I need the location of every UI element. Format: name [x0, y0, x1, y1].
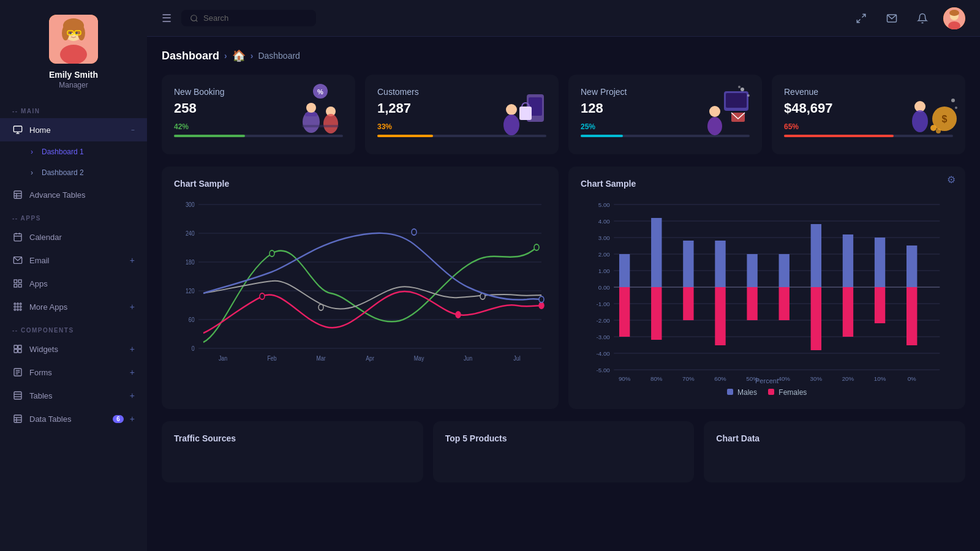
- svg-text:%: %: [317, 88, 323, 96]
- bottom-card-chart-data: Chart Data: [704, 421, 965, 482]
- sidebar-item-advance-tables[interactable]: Advance Tables: [0, 183, 147, 206]
- svg-point-63: [306, 103, 316, 113]
- forms-plus-button[interactable]: +: [130, 367, 135, 377]
- user-avatar-topbar[interactable]: [943, 7, 965, 29]
- svg-text:-3.00: -3.00: [597, 334, 610, 340]
- sidebar-item-label-calendar: Calendar: [29, 233, 135, 242]
- sidebar-item-home[interactable]: Home −: [0, 118, 147, 141]
- legend-males-label: Males: [737, 388, 757, 397]
- sidebar-item-widgets[interactable]: Widgets +: [0, 337, 147, 361]
- email-plus-button[interactable]: +: [130, 255, 135, 265]
- svg-rect-11: [13, 126, 21, 132]
- svg-rect-37: [18, 345, 21, 348]
- svg-rect-152: [811, 224, 821, 287]
- breadcrumb-home-icon: 🏠: [232, 49, 246, 62]
- sidebar-item-label-advance-tables: Advance Tables: [29, 190, 135, 200]
- chart-data-title: Chart Data: [716, 433, 953, 443]
- legend-females: Females: [768, 388, 807, 397]
- svg-point-5: [78, 26, 85, 40]
- svg-text:0: 0: [192, 345, 195, 352]
- svg-rect-36: [14, 345, 17, 348]
- svg-rect-159: [907, 287, 917, 345]
- svg-text:$: $: [942, 114, 948, 124]
- svg-rect-38: [14, 350, 17, 353]
- svg-point-115: [412, 229, 417, 235]
- topbar: ☰: [147, 0, 980, 37]
- bar-chart-card: Chart Sample: [568, 167, 965, 409]
- svg-point-30: [14, 306, 16, 308]
- sidebar-item-forms[interactable]: Forms +: [0, 361, 147, 384]
- avatar[interactable]: [49, 15, 98, 64]
- svg-text:50%: 50%: [746, 375, 758, 382]
- sidebar-item-label-tables: Tables: [29, 391, 124, 400]
- svg-rect-25: [14, 284, 17, 287]
- svg-text:0%: 0%: [908, 375, 916, 382]
- sidebar-item-more-apps[interactable]: More Apps +: [0, 295, 147, 318]
- svg-text:Jun: Jun: [464, 354, 472, 362]
- sidebar-item-calendar[interactable]: Calendar: [0, 225, 147, 249]
- menu-icon[interactable]: ☰: [162, 12, 172, 25]
- sidebar: Emily Smith Manager -- MAIN Home − › Das…: [0, 0, 147, 551]
- sidebar-item-dashboard2[interactable]: › Dashboard 2: [0, 162, 147, 183]
- tables-plus-button[interactable]: +: [130, 391, 135, 400]
- sidebar-item-data-tables[interactable]: Data Tables 6 +: [0, 407, 147, 430]
- user-role: Manager: [59, 81, 88, 89]
- search-box[interactable]: [181, 10, 316, 26]
- svg-text:Apr: Apr: [366, 354, 374, 362]
- widget-icon: [12, 343, 23, 354]
- breadcrumb-sep2: ›: [251, 51, 254, 61]
- svg-text:Feb: Feb: [267, 354, 277, 362]
- stat-card-customers: Customers 1,287 33%: [365, 75, 559, 154]
- search-input[interactable]: [203, 13, 301, 23]
- svg-rect-44: [14, 392, 21, 399]
- sidebar-item-label-home: Home: [29, 126, 125, 135]
- svg-text:300: 300: [186, 201, 195, 208]
- legend-females-dot: [768, 389, 774, 395]
- svg-point-78: [747, 94, 750, 97]
- sidebar-item-email[interactable]: Email +: [0, 249, 147, 272]
- svg-text:4.00: 4.00: [598, 218, 610, 225]
- traffic-sources-title: Traffic Sources: [174, 433, 411, 443]
- sidebar-section-apps: -- APPS: [0, 206, 147, 225]
- sidebar-item-dashboard1[interactable]: › Dashboard 1: [0, 141, 147, 162]
- svg-rect-156: [875, 238, 885, 287]
- svg-rect-153: [811, 287, 821, 350]
- svg-rect-154: [843, 234, 853, 287]
- svg-text:May: May: [414, 354, 424, 362]
- svg-rect-158: [907, 246, 917, 287]
- svg-rect-26: [18, 284, 21, 287]
- svg-rect-155: [843, 287, 853, 337]
- sidebar-item-apps[interactable]: Apps: [0, 272, 147, 295]
- svg-point-88: [955, 107, 957, 109]
- widgets-plus-button[interactable]: +: [130, 344, 135, 354]
- svg-rect-148: [747, 254, 757, 287]
- dashboard1-label: Dashboard 1: [42, 148, 84, 156]
- fullscreen-button[interactable]: [851, 9, 871, 28]
- search-icon: [190, 14, 198, 23]
- more-apps-plus-button[interactable]: +: [130, 302, 135, 312]
- data-tables-plus-button[interactable]: +: [130, 414, 135, 424]
- bottom-card-traffic: Traffic Sources: [162, 421, 423, 482]
- stat-bar-fill-0: [174, 135, 245, 137]
- svg-rect-143: [651, 287, 662, 340]
- notification-button[interactable]: [913, 9, 932, 28]
- apps-icon: [12, 278, 23, 289]
- svg-rect-149: [747, 287, 757, 320]
- svg-point-75: [709, 106, 720, 117]
- svg-text:-2.00: -2.00: [597, 317, 610, 324]
- svg-rect-23: [14, 280, 17, 283]
- svg-point-87: [951, 99, 955, 102]
- settings-gear-button[interactable]: ⚙: [947, 174, 956, 186]
- sidebar-item-label-more-apps: More Apps: [29, 302, 124, 312]
- sidebar-section-main: -- MAIN: [0, 99, 147, 118]
- svg-point-6: [69, 32, 72, 34]
- sidebar-item-tables[interactable]: Tables +: [0, 384, 147, 407]
- sidebar-item-label-forms: Forms: [29, 368, 124, 377]
- mail-button[interactable]: [882, 9, 902, 28]
- stat-bar-fill-3: [784, 135, 894, 137]
- form-icon: [12, 367, 23, 378]
- svg-point-79: [738, 86, 741, 88]
- svg-text:120: 120: [186, 287, 195, 294]
- svg-point-72: [503, 114, 519, 135]
- svg-point-111: [456, 312, 461, 318]
